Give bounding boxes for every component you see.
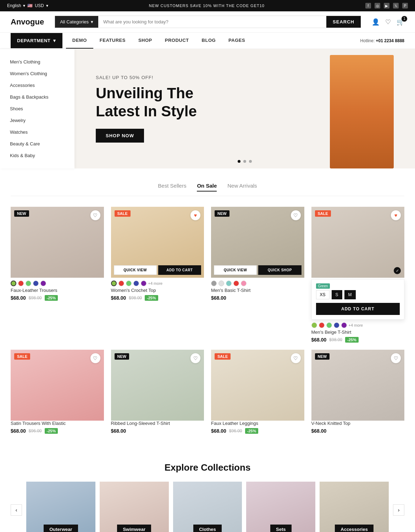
product-actions: QUICK VIEW QUICK SHOP	[214, 265, 301, 275]
nav-link-pages[interactable]: PAGES	[222, 33, 251, 49]
instagram-icon[interactable]: ◎	[375, 3, 380, 9]
product-name: Ribbed Long-Sleeved T-Shirt	[111, 421, 204, 426]
product-price: $68.00 $98.00 -25%	[311, 337, 405, 343]
wishlist-button[interactable]: ♡	[291, 210, 301, 220]
department-button[interactable]: DEPARTMENT ▾	[11, 33, 62, 48]
dropdown-item-watches[interactable]: Watches	[0, 126, 74, 138]
language-selector[interactable]: English	[7, 3, 21, 8]
size-s[interactable]: S	[332, 290, 342, 299]
search-category-dropdown[interactable]: All Categories ▾	[55, 16, 98, 28]
dropdown-item-accessories[interactable]: Accessories	[0, 79, 74, 91]
dropdown-item-kids[interactable]: Kids & Baby	[0, 150, 74, 161]
color-dot[interactable]	[218, 281, 224, 286]
wishlist-button[interactable]: ♡	[90, 353, 100, 363]
collection-item-swimwear[interactable]: Swimwear	[100, 482, 169, 532]
account-icon[interactable]: 👤	[372, 18, 380, 26]
product-card[interactable]: SALE ♥ ✓ Green XS S M ADD TO CART	[311, 207, 405, 343]
nav-link-demo[interactable]: DEMO	[66, 33, 93, 49]
quick-view-button[interactable]: QUICK VIEW	[114, 265, 157, 275]
color-dot[interactable]	[226, 281, 232, 286]
youtube-icon[interactable]: ▶	[384, 3, 389, 9]
add-to-cart-quick-button[interactable]: ADD TO CART	[158, 265, 201, 275]
product-name: Men's Basic T-Shirt	[211, 288, 304, 293]
hero-dot-3[interactable]	[249, 160, 252, 163]
dropdown-item-bags[interactable]: Bags & Backpacks	[0, 91, 74, 103]
nav-link-product[interactable]: PRODUCT	[159, 33, 195, 49]
tab-new-arrivals[interactable]: New Arrivals	[227, 183, 257, 192]
color-dot[interactable]	[319, 322, 325, 328]
wishlist-button[interactable]: ♡	[291, 353, 301, 363]
wishlist-button[interactable]: ♥	[190, 210, 200, 220]
wishlist-button[interactable]: ♡	[190, 353, 200, 363]
size-xs[interactable]: XS	[316, 290, 330, 299]
product-card[interactable]: SALE ♥ QUICK VIEW ADD TO CART +4 more Wo…	[111, 207, 204, 343]
pinterest-icon[interactable]: P	[402, 3, 408, 9]
product-card[interactable]: NEW ♡ V-Neck Knitted Top $68.00	[311, 350, 405, 434]
color-dot[interactable]	[341, 322, 347, 328]
product-tabs: Best Sellers On Sale New Arrivals	[11, 183, 404, 196]
product-card[interactable]: NEW ♡ QUICK VIEW QUICK SHOP Men's Basic …	[211, 207, 304, 343]
hero-person-placeholder	[330, 55, 394, 168]
quick-shop-button[interactable]: QUICK SHOP	[258, 265, 301, 275]
current-price: $68.00	[111, 295, 126, 301]
product-card[interactable]: SALE ♡ Faux Leather Leggings $68.00 $96.…	[211, 350, 304, 434]
cart-icon[interactable]: 🛒 1	[397, 18, 404, 26]
nav-link-shop[interactable]: SHOP	[132, 33, 159, 49]
language-currency[interactable]: English ▾ 🇺🇸 USD ▾	[7, 3, 48, 8]
more-colors[interactable]: +4 more	[349, 323, 363, 327]
color-dot[interactable]	[334, 322, 339, 328]
product-card[interactable]: NEW ♡ Ribbed Long-Sleeved T-Shirt $68.00	[111, 350, 204, 434]
tab-on-sale[interactable]: On Sale	[197, 183, 217, 192]
collection-item-clothes[interactable]: Clothes	[173, 482, 242, 532]
color-dot[interactable]	[33, 281, 39, 286]
wishlist-button[interactable]: ♥	[391, 210, 401, 220]
color-dot[interactable]	[211, 281, 217, 286]
color-dot[interactable]	[118, 281, 124, 286]
product-grid: NEW ♡ Faux-Leather Trousers $68.00 $98.0…	[11, 207, 404, 434]
color-dot[interactable]	[241, 281, 247, 286]
dropdown-item-beauty[interactable]: Beauty & Care	[0, 138, 74, 150]
quick-view-button[interactable]: QUICK VIEW	[214, 265, 257, 275]
dropdown-item-womens[interactable]: Women's Clothing	[0, 68, 74, 79]
tab-best-sellers[interactable]: Best Sellers	[158, 183, 186, 192]
wishlist-button[interactable]: ♡	[391, 353, 401, 363]
wishlist-icon[interactable]: ♡	[385, 18, 391, 26]
product-price: $68.00	[111, 428, 204, 434]
search-input[interactable]	[98, 16, 326, 28]
hero-dot-1[interactable]	[238, 160, 240, 163]
wishlist-button[interactable]: ♡	[90, 210, 100, 220]
product-card[interactable]: SALE ♡ Satin Trousers With Elastic $68.0…	[11, 350, 104, 434]
dropdown-item-jewelry[interactable]: Jewelry	[0, 115, 74, 126]
color-dot[interactable]	[141, 281, 146, 286]
hero-dot-2[interactable]	[243, 160, 246, 163]
nav-link-blog[interactable]: BLOG	[195, 33, 222, 49]
carousel-next-button[interactable]: ›	[393, 504, 404, 516]
color-dot[interactable]	[11, 281, 16, 286]
color-dot[interactable]	[311, 322, 317, 328]
color-dot[interactable]	[26, 281, 31, 286]
collection-item-accessories[interactable]: Accessories	[320, 482, 389, 532]
color-dot[interactable]	[233, 281, 239, 286]
color-dot[interactable]	[133, 281, 139, 286]
collection-item-sets[interactable]: Sets	[246, 482, 315, 532]
dropdown-item-mens[interactable]: Men's Clothing	[0, 56, 74, 68]
nav-link-features[interactable]: FEATURES	[93, 33, 132, 49]
site-logo[interactable]: Anvogue	[11, 17, 44, 27]
color-dot[interactable]	[40, 281, 46, 286]
size-m[interactable]: M	[344, 290, 356, 299]
add-to-cart-button[interactable]: ADD TO CART	[316, 303, 400, 315]
color-dot[interactable]	[326, 322, 332, 328]
shop-now-button[interactable]: SHOP NOW	[96, 129, 144, 143]
twitter-icon[interactable]: 𝕏	[393, 3, 399, 9]
dropdown-item-shoes[interactable]: Shoes	[0, 103, 74, 115]
search-button[interactable]: SEARCH	[326, 16, 361, 28]
collection-item-outerwear[interactable]: Outerwear	[26, 482, 95, 532]
currency-selector[interactable]: USD	[35, 3, 44, 8]
color-dot[interactable]	[126, 281, 132, 286]
facebook-icon[interactable]: f	[365, 3, 371, 9]
color-dot[interactable]	[111, 281, 117, 286]
carousel-prev-button[interactable]: ‹	[11, 504, 22, 516]
product-card[interactable]: NEW ♡ Faux-Leather Trousers $68.00 $98.0…	[11, 207, 104, 343]
color-dot[interactable]	[18, 281, 24, 286]
more-colors[interactable]: +4 more	[148, 281, 163, 286]
